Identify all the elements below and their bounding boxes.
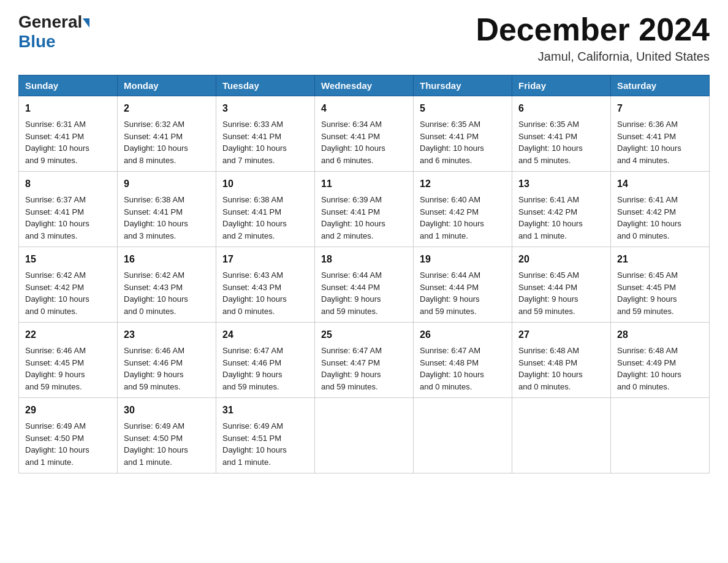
day-number: 11 — [321, 177, 407, 191]
day-info: Sunrise: 6:35 AM Sunset: 4:41 PM Dayligh… — [518, 118, 604, 166]
day-info: Sunrise: 6:42 AM Sunset: 4:42 PM Dayligh… — [25, 269, 111, 317]
day-number: 12 — [420, 177, 506, 191]
calendar-cell: 4Sunrise: 6:34 AM Sunset: 4:41 PM Daylig… — [315, 96, 414, 172]
day-number: 28 — [617, 327, 703, 342]
day-number: 26 — [420, 327, 506, 342]
day-info: Sunrise: 6:41 AM Sunset: 4:42 PM Dayligh… — [518, 194, 604, 242]
day-number: 30 — [124, 403, 210, 418]
calendar-cell: 12Sunrise: 6:40 AM Sunset: 4:42 PM Dayli… — [414, 172, 512, 247]
day-number: 29 — [25, 403, 111, 418]
calendar-cell: 9Sunrise: 6:38 AM Sunset: 4:41 PM Daylig… — [118, 172, 216, 247]
day-info: Sunrise: 6:44 AM Sunset: 4:44 PM Dayligh… — [420, 269, 506, 317]
day-info: Sunrise: 6:47 AM Sunset: 4:46 PM Dayligh… — [222, 345, 308, 393]
day-info: Sunrise: 6:43 AM Sunset: 4:43 PM Dayligh… — [222, 269, 308, 317]
calendar-cell: 3Sunrise: 6:33 AM Sunset: 4:41 PM Daylig… — [216, 96, 315, 172]
week-row-1: 1Sunrise: 6:31 AM Sunset: 4:41 PM Daylig… — [19, 96, 710, 172]
calendar-cell: 21Sunrise: 6:45 AM Sunset: 4:45 PM Dayli… — [611, 247, 710, 323]
day-header-monday: Monday — [118, 75, 216, 96]
week-row-5: 29Sunrise: 6:49 AM Sunset: 4:50 PM Dayli… — [19, 398, 710, 473]
day-number: 8 — [25, 177, 111, 191]
day-info: Sunrise: 6:49 AM Sunset: 4:50 PM Dayligh… — [25, 420, 111, 468]
day-number: 31 — [222, 403, 308, 418]
calendar-cell: 8Sunrise: 6:37 AM Sunset: 4:41 PM Daylig… — [19, 172, 118, 247]
calendar-cell: 6Sunrise: 6:35 AM Sunset: 4:41 PM Daylig… — [512, 96, 611, 172]
calendar-cell: 2Sunrise: 6:32 AM Sunset: 4:41 PM Daylig… — [118, 96, 216, 172]
day-number: 7 — [617, 101, 703, 116]
title-block: December 2024 Jamul, California, United … — [476, 12, 710, 64]
logo: General Blue — [18, 12, 89, 52]
calendar-cell: 14Sunrise: 6:41 AM Sunset: 4:42 PM Dayli… — [611, 172, 710, 247]
day-info: Sunrise: 6:47 AM Sunset: 4:48 PM Dayligh… — [420, 345, 506, 393]
day-number: 3 — [222, 101, 308, 116]
calendar-cell: 20Sunrise: 6:45 AM Sunset: 4:44 PM Dayli… — [512, 247, 611, 323]
day-info: Sunrise: 6:47 AM Sunset: 4:47 PM Dayligh… — [321, 345, 407, 393]
day-number: 5 — [420, 101, 506, 116]
day-number: 2 — [124, 101, 210, 116]
calendar-cell: 26Sunrise: 6:47 AM Sunset: 4:48 PM Dayli… — [414, 323, 512, 398]
day-header-wednesday: Wednesday — [315, 75, 414, 96]
calendar-cell: 11Sunrise: 6:39 AM Sunset: 4:41 PM Dayli… — [315, 172, 414, 247]
day-info: Sunrise: 6:46 AM Sunset: 4:45 PM Dayligh… — [25, 345, 111, 393]
calendar-cell: 25Sunrise: 6:47 AM Sunset: 4:47 PM Dayli… — [315, 323, 414, 398]
calendar-cell: 18Sunrise: 6:44 AM Sunset: 4:44 PM Dayli… — [315, 247, 414, 323]
day-info: Sunrise: 6:44 AM Sunset: 4:44 PM Dayligh… — [321, 269, 407, 317]
calendar-cell: 23Sunrise: 6:46 AM Sunset: 4:46 PM Dayli… — [118, 323, 216, 398]
day-number: 27 — [518, 327, 604, 342]
day-header-sunday: Sunday — [19, 75, 118, 96]
day-number: 21 — [617, 252, 703, 267]
week-row-4: 22Sunrise: 6:46 AM Sunset: 4:45 PM Dayli… — [19, 323, 710, 398]
day-info: Sunrise: 6:49 AM Sunset: 4:50 PM Dayligh… — [124, 420, 210, 468]
day-number: 24 — [222, 327, 308, 342]
day-number: 16 — [124, 252, 210, 267]
day-number: 17 — [222, 252, 308, 267]
calendar-table: SundayMondayTuesdayWednesdayThursdayFrid… — [18, 75, 710, 473]
day-info: Sunrise: 6:42 AM Sunset: 4:43 PM Dayligh… — [124, 269, 210, 317]
day-number: 23 — [124, 327, 210, 342]
calendar-cell: 10Sunrise: 6:38 AM Sunset: 4:41 PM Dayli… — [216, 172, 315, 247]
calendar-cell: 29Sunrise: 6:49 AM Sunset: 4:50 PM Dayli… — [19, 398, 118, 473]
calendar-cell: 28Sunrise: 6:48 AM Sunset: 4:49 PM Dayli… — [611, 323, 710, 398]
calendar-cell: 27Sunrise: 6:48 AM Sunset: 4:48 PM Dayli… — [512, 323, 611, 398]
day-info: Sunrise: 6:38 AM Sunset: 4:41 PM Dayligh… — [124, 194, 210, 242]
week-row-2: 8Sunrise: 6:37 AM Sunset: 4:41 PM Daylig… — [19, 172, 710, 247]
day-header-tuesday: Tuesday — [216, 75, 315, 96]
day-info: Sunrise: 6:39 AM Sunset: 4:41 PM Dayligh… — [321, 194, 407, 242]
day-number: 6 — [518, 101, 604, 116]
day-number: 25 — [321, 327, 407, 342]
calendar-cell: 31Sunrise: 6:49 AM Sunset: 4:51 PM Dayli… — [216, 398, 315, 473]
day-number: 20 — [518, 252, 604, 267]
day-info: Sunrise: 6:34 AM Sunset: 4:41 PM Dayligh… — [321, 118, 407, 166]
calendar-cell: 15Sunrise: 6:42 AM Sunset: 4:42 PM Dayli… — [19, 247, 118, 323]
day-info: Sunrise: 6:31 AM Sunset: 4:41 PM Dayligh… — [25, 118, 111, 166]
day-info: Sunrise: 6:48 AM Sunset: 4:49 PM Dayligh… — [617, 345, 703, 393]
month-title: December 2024 — [476, 12, 710, 47]
day-number: 19 — [420, 252, 506, 267]
logo-triangle-icon — [83, 18, 89, 28]
day-number: 4 — [321, 101, 407, 116]
calendar-cell — [611, 398, 710, 473]
calendar-cell: 7Sunrise: 6:36 AM Sunset: 4:41 PM Daylig… — [611, 96, 710, 172]
day-info: Sunrise: 6:46 AM Sunset: 4:46 PM Dayligh… — [124, 345, 210, 393]
day-info: Sunrise: 6:38 AM Sunset: 4:41 PM Dayligh… — [222, 194, 308, 242]
logo-blue: Blue — [18, 32, 56, 51]
day-info: Sunrise: 6:32 AM Sunset: 4:41 PM Dayligh… — [124, 118, 210, 166]
day-header-saturday: Saturday — [611, 75, 710, 96]
day-number: 14 — [617, 177, 703, 191]
day-info: Sunrise: 6:36 AM Sunset: 4:41 PM Dayligh… — [617, 118, 703, 166]
day-number: 22 — [25, 327, 111, 342]
day-info: Sunrise: 6:40 AM Sunset: 4:42 PM Dayligh… — [420, 194, 506, 242]
day-number: 15 — [25, 252, 111, 267]
calendar-cell — [414, 398, 512, 473]
day-number: 1 — [25, 101, 111, 116]
calendar-cell: 22Sunrise: 6:46 AM Sunset: 4:45 PM Dayli… — [19, 323, 118, 398]
calendar-cell: 1Sunrise: 6:31 AM Sunset: 4:41 PM Daylig… — [19, 96, 118, 172]
day-info: Sunrise: 6:48 AM Sunset: 4:48 PM Dayligh… — [518, 345, 604, 393]
calendar-cell: 30Sunrise: 6:49 AM Sunset: 4:50 PM Dayli… — [118, 398, 216, 473]
calendar-cell: 24Sunrise: 6:47 AM Sunset: 4:46 PM Dayli… — [216, 323, 315, 398]
location: Jamul, California, United States — [476, 50, 710, 64]
logo-general: General — [18, 12, 82, 32]
calendar-cell: 17Sunrise: 6:43 AM Sunset: 4:43 PM Dayli… — [216, 247, 315, 323]
page-header: General Blue December 2024 Jamul, Califo… — [18, 12, 710, 64]
calendar-cell: 5Sunrise: 6:35 AM Sunset: 4:41 PM Daylig… — [414, 96, 512, 172]
day-info: Sunrise: 6:45 AM Sunset: 4:44 PM Dayligh… — [518, 269, 604, 317]
